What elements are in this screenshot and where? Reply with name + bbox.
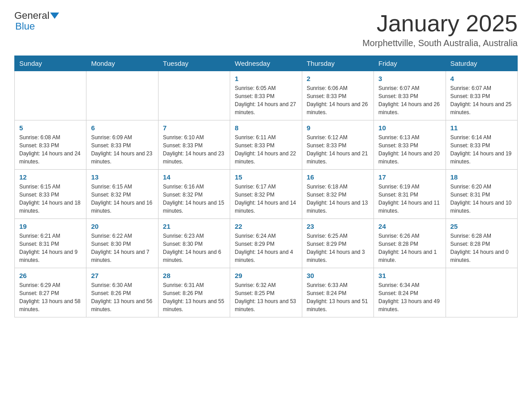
calendar-day-cell [158,71,230,120]
day-info: Sunrise: 6:11 AM Sunset: 8:33 PM Dayligh… [235,133,297,166]
day-number: 12 [19,173,82,181]
day-number: 19 [19,223,82,230]
day-number: 2 [307,75,369,82]
day-info: Sunrise: 6:20 AM Sunset: 8:31 PM Dayligh… [450,183,513,215]
day-info: Sunrise: 6:15 AM Sunset: 8:33 PM Dayligh… [19,183,82,215]
calendar-day-cell: 12Sunrise: 6:15 AM Sunset: 8:33 PM Dayli… [15,170,86,219]
day-number: 4 [450,75,513,82]
calendar-day-cell: 8Sunrise: 6:11 AM Sunset: 8:33 PM Daylig… [230,120,302,170]
logo-general-text: General [14,11,49,21]
day-number: 21 [163,223,225,230]
calendar-day-cell: 23Sunrise: 6:25 AM Sunset: 8:29 PM Dayli… [302,219,373,268]
day-of-week-header: Saturday [446,56,517,71]
day-number: 25 [450,223,513,230]
calendar-day-cell: 22Sunrise: 6:24 AM Sunset: 8:29 PM Dayli… [230,219,302,268]
calendar-day-cell: 1Sunrise: 6:05 AM Sunset: 8:33 PM Daylig… [230,71,302,120]
day-of-week-header: Wednesday [230,56,302,71]
calendar-day-cell: 19Sunrise: 6:21 AM Sunset: 8:31 PM Dayli… [15,219,86,268]
calendar-day-cell [446,268,517,317]
calendar-day-cell: 16Sunrise: 6:18 AM Sunset: 8:32 PM Dayli… [302,170,373,219]
logo-blue-text: Blue [15,21,35,32]
calendar-table: SundayMondayTuesdayWednesdayThursdayFrid… [14,56,518,317]
day-number: 17 [378,173,441,181]
day-info: Sunrise: 6:29 AM Sunset: 8:27 PM Dayligh… [19,281,82,313]
day-info: Sunrise: 6:25 AM Sunset: 8:29 PM Dayligh… [307,232,369,264]
day-info: Sunrise: 6:09 AM Sunset: 8:33 PM Dayligh… [91,133,153,166]
day-info: Sunrise: 6:17 AM Sunset: 8:32 PM Dayligh… [235,183,297,215]
calendar-day-cell: 20Sunrise: 6:22 AM Sunset: 8:30 PM Dayli… [86,219,158,268]
day-info: Sunrise: 6:18 AM Sunset: 8:32 PM Dayligh… [307,183,369,215]
day-info: Sunrise: 6:06 AM Sunset: 8:33 PM Dayligh… [307,84,369,116]
day-number: 22 [235,223,297,230]
calendar-day-cell: 17Sunrise: 6:19 AM Sunset: 8:31 PM Dayli… [374,170,446,219]
calendar-day-cell: 4Sunrise: 6:07 AM Sunset: 8:33 PM Daylig… [446,71,517,120]
day-number: 26 [19,272,82,279]
calendar-week-row: 1Sunrise: 6:05 AM Sunset: 8:33 PM Daylig… [15,71,518,120]
title-section: January 2025 Morphettville, South Austra… [362,11,518,48]
day-number: 24 [378,223,441,230]
calendar-day-cell: 5Sunrise: 6:08 AM Sunset: 8:33 PM Daylig… [15,120,86,170]
day-number: 27 [91,272,153,279]
day-number: 20 [91,223,153,230]
day-of-week-header: Tuesday [158,56,230,71]
day-number: 30 [307,272,369,279]
day-number: 29 [235,272,297,279]
calendar-day-cell: 13Sunrise: 6:15 AM Sunset: 8:32 PM Dayli… [86,170,158,219]
calendar-day-cell: 29Sunrise: 6:32 AM Sunset: 8:25 PM Dayli… [230,268,302,317]
day-number: 8 [235,124,297,132]
logo: General Blue [14,11,60,32]
calendar-day-cell: 10Sunrise: 6:13 AM Sunset: 8:33 PM Dayli… [374,120,446,170]
day-info: Sunrise: 6:15 AM Sunset: 8:32 PM Dayligh… [91,183,153,215]
day-number: 15 [235,173,297,181]
calendar-day-cell: 27Sunrise: 6:30 AM Sunset: 8:26 PM Dayli… [86,268,158,317]
day-info: Sunrise: 6:34 AM Sunset: 8:24 PM Dayligh… [378,281,441,313]
calendar-day-cell: 2Sunrise: 6:06 AM Sunset: 8:33 PM Daylig… [302,71,373,120]
calendar-day-cell: 11Sunrise: 6:14 AM Sunset: 8:33 PM Dayli… [446,120,517,170]
day-number: 3 [378,75,441,82]
calendar-day-cell: 24Sunrise: 6:26 AM Sunset: 8:28 PM Dayli… [374,219,446,268]
day-info: Sunrise: 6:31 AM Sunset: 8:26 PM Dayligh… [163,281,225,313]
day-info: Sunrise: 6:07 AM Sunset: 8:33 PM Dayligh… [450,84,513,116]
calendar-day-cell: 21Sunrise: 6:23 AM Sunset: 8:30 PM Dayli… [158,219,230,268]
calendar-week-row: 12Sunrise: 6:15 AM Sunset: 8:33 PM Dayli… [15,170,518,219]
day-info: Sunrise: 6:14 AM Sunset: 8:33 PM Dayligh… [450,133,513,166]
day-of-week-header: Thursday [302,56,373,71]
calendar-day-cell: 7Sunrise: 6:10 AM Sunset: 8:33 PM Daylig… [158,120,230,170]
day-info: Sunrise: 6:16 AM Sunset: 8:32 PM Dayligh… [163,183,225,215]
day-info: Sunrise: 6:30 AM Sunset: 8:26 PM Dayligh… [91,281,153,313]
calendar-week-row: 26Sunrise: 6:29 AM Sunset: 8:27 PM Dayli… [15,268,518,317]
day-number: 13 [91,173,153,181]
calendar-day-cell: 14Sunrise: 6:16 AM Sunset: 8:32 PM Dayli… [158,170,230,219]
day-info: Sunrise: 6:19 AM Sunset: 8:31 PM Dayligh… [378,183,441,215]
day-info: Sunrise: 6:24 AM Sunset: 8:29 PM Dayligh… [235,232,297,264]
day-info: Sunrise: 6:22 AM Sunset: 8:30 PM Dayligh… [91,232,153,264]
day-number: 7 [163,124,225,132]
day-info: Sunrise: 6:32 AM Sunset: 8:25 PM Dayligh… [235,281,297,313]
day-number: 16 [307,173,369,181]
calendar-day-cell: 18Sunrise: 6:20 AM Sunset: 8:31 PM Dayli… [446,170,517,219]
day-number: 18 [450,173,513,181]
calendar-body: 1Sunrise: 6:05 AM Sunset: 8:33 PM Daylig… [15,71,518,317]
month-title: January 2025 [362,11,518,36]
calendar-day-cell [86,71,158,120]
calendar-day-cell: 25Sunrise: 6:28 AM Sunset: 8:28 PM Dayli… [446,219,517,268]
location: Morphettville, South Australia, Australi… [362,38,518,48]
day-info: Sunrise: 6:23 AM Sunset: 8:30 PM Dayligh… [163,232,225,264]
day-info: Sunrise: 6:26 AM Sunset: 8:28 PM Dayligh… [378,232,441,264]
calendar-week-row: 5Sunrise: 6:08 AM Sunset: 8:33 PM Daylig… [15,120,518,170]
day-info: Sunrise: 6:10 AM Sunset: 8:33 PM Dayligh… [163,133,225,166]
day-info: Sunrise: 6:05 AM Sunset: 8:33 PM Dayligh… [235,84,297,116]
day-number: 9 [307,124,369,132]
calendar-day-cell: 28Sunrise: 6:31 AM Sunset: 8:26 PM Dayli… [158,268,230,317]
day-info: Sunrise: 6:21 AM Sunset: 8:31 PM Dayligh… [19,232,82,264]
calendar-day-cell [15,71,86,120]
calendar-day-cell: 30Sunrise: 6:33 AM Sunset: 8:24 PM Dayli… [302,268,373,317]
day-number: 23 [307,223,369,230]
day-number: 31 [378,272,441,279]
day-number: 6 [91,124,153,132]
day-number: 14 [163,173,225,181]
day-number: 11 [450,124,513,132]
day-of-week-header: Sunday [15,56,86,71]
day-info: Sunrise: 6:12 AM Sunset: 8:33 PM Dayligh… [307,133,369,166]
calendar-day-cell: 31Sunrise: 6:34 AM Sunset: 8:24 PM Dayli… [374,268,446,317]
